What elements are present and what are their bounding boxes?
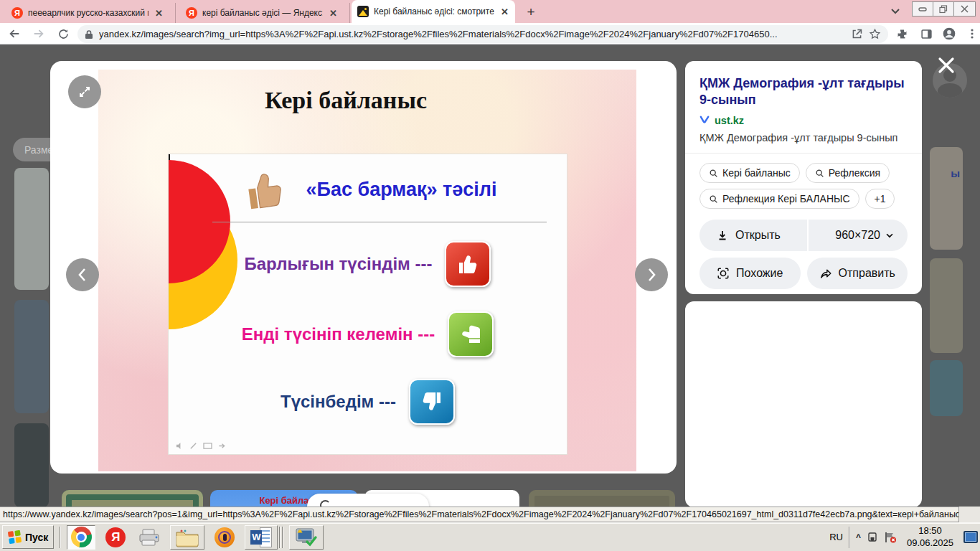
arrow-icon	[218, 442, 227, 450]
browser-menu-icon[interactable]	[963, 25, 980, 42]
tag-label: Рефлекция Кері БАЛАНЫС	[722, 193, 850, 204]
related-images-panel	[685, 301, 922, 507]
more-tags-button[interactable]: +1	[865, 189, 895, 209]
image-info-panel: ҚМЖ Демография -ұлт тағдыры 9-сынып ust.…	[685, 61, 922, 294]
share-icon[interactable]	[851, 28, 863, 40]
time-label: 18:50	[918, 525, 942, 537]
yandex-favicon-icon: Я	[11, 7, 23, 19]
back-button[interactable]	[6, 25, 23, 42]
bookmark-star-icon[interactable]	[869, 28, 881, 40]
slide-inner: «Бас бармақ» тәсілі Барлығын түсіндім --…	[169, 154, 567, 454]
yandex-favicon-icon: Я	[186, 7, 197, 19]
chrome-icon	[71, 527, 92, 547]
related-query-tag[interactable]: Рефлексия	[806, 163, 890, 183]
tab-search-results[interactable]: Я кері байланыс әдісі — Яндекс: наш ✕	[180, 3, 350, 23]
fullscreen-expand-button[interactable]	[68, 75, 101, 108]
url-text: yandex.kz/images/search?img_url=https%3A…	[99, 29, 845, 39]
download-icon	[717, 230, 728, 241]
tray-separator	[849, 527, 850, 548]
tray-plug-icon[interactable]	[867, 532, 878, 543]
word-icon: W	[250, 527, 272, 547]
image-title-link[interactable]: ҚМЖ Демография -ұлт тағдыры 9-сынып	[699, 75, 908, 108]
language-indicator[interactable]: RU	[829, 532, 843, 542]
windows-logo-icon	[7, 529, 22, 545]
send-image-button[interactable]: Отправить	[807, 258, 908, 289]
source-favicon-icon	[699, 116, 710, 126]
taskbar-chrome-button[interactable]	[67, 525, 95, 550]
open-image-button[interactable]: Открыть	[699, 220, 809, 251]
tab-close-icon[interactable]: ✕	[155, 8, 163, 19]
tray-flag-error-icon[interactable]	[884, 532, 897, 543]
taskbar-system-check-button[interactable]	[289, 525, 324, 550]
forward-button[interactable]	[30, 25, 47, 42]
window-controls	[912, 1, 976, 17]
tab-title: кері байланыс әдісі — Яндекс: наш	[202, 8, 323, 18]
pencil-icon	[189, 442, 197, 450]
tab-title: Кері байланыс әдісі: смотрите и ск	[374, 6, 494, 17]
close-viewer-icon[interactable]	[937, 56, 956, 75]
show-desktop-button[interactable]	[963, 531, 978, 543]
next-image-button[interactable]	[635, 258, 668, 291]
source-row[interactable]: ust.kz	[699, 115, 908, 126]
taskbar-security-button[interactable]	[210, 525, 239, 550]
lock-icon	[85, 29, 93, 39]
new-tab-button[interactable]: +	[522, 4, 540, 21]
taskbar-fax-button[interactable]	[136, 525, 164, 550]
taskbar-folder-button[interactable]	[170, 525, 204, 550]
tab-close-icon[interactable]: ✕	[329, 8, 337, 19]
status-bar: https://www.yandex.kz/images/search?pos=…	[0, 507, 959, 522]
taskbar: Пуск Я W	[0, 522, 980, 551]
viewed-image[interactable]: Кері байланыс «Бас бармақ» тәсілі	[98, 70, 636, 471]
thumb-down-blue-icon	[409, 379, 455, 425]
image-size-dropdown[interactable]: 960×720	[809, 220, 908, 251]
close-button[interactable]	[954, 2, 975, 16]
related-query-tag[interactable]: Кері байланыс	[699, 163, 800, 183]
background-thumbnail	[930, 258, 963, 353]
tab-search-chevron-icon[interactable]	[888, 6, 903, 17]
related-query-tag[interactable]: Рефлекция Кері БАЛАНЫС	[699, 189, 859, 209]
image-description: ҚМЖ Демография -ұлт тағдыры 9-сынып	[699, 132, 908, 143]
tab-close-icon[interactable]: ✕	[501, 6, 509, 17]
thumb-up-red-icon	[445, 241, 491, 287]
minimize-button[interactable]	[913, 2, 933, 16]
taskbar-separator	[60, 527, 61, 548]
panel-divider	[685, 153, 922, 154]
speaker-icon	[176, 442, 184, 450]
source-domain[interactable]: ust.kz	[715, 115, 744, 126]
extensions-puzzle-icon[interactable]	[893, 25, 910, 42]
visual-search-icon	[717, 267, 730, 280]
search-icon	[709, 194, 718, 204]
tab-image-viewer-active[interactable]: Кері байланыс әдісі: смотрите и ск ✕	[352, 0, 515, 23]
start-button[interactable]: Пуск	[2, 525, 54, 549]
taskbar-clock[interactable]: 18:50 09.06.2025	[903, 525, 958, 550]
refresh-button[interactable]	[55, 25, 72, 42]
taskbar-yandex-button[interactable]: Я	[101, 525, 130, 550]
slide-row-label: Түсінбедім ---	[281, 392, 396, 412]
send-label: Отправить	[839, 267, 895, 280]
slide-title: Кері байланыс	[98, 87, 593, 114]
hidden-icons-chevron[interactable]: ^	[856, 532, 861, 542]
browser-tab-strip: Я пеееарлчик русско-казахский пере ✕ Я к…	[0, 0, 980, 23]
slide-heading: «Бас бармақ» тәсілі	[306, 179, 497, 201]
background-thumbnail	[14, 168, 49, 290]
previous-image-button[interactable]	[66, 258, 99, 291]
taskbar-word-button[interactable]: W	[245, 525, 278, 550]
screen-icon	[203, 442, 212, 450]
browser-toolbar: yandex.kz/images/search?img_url=https%3A…	[0, 23, 980, 44]
status-url: https://www.yandex.kz/images/search?pos=…	[3, 509, 959, 519]
monitor-check-icon	[294, 527, 319, 547]
address-bar[interactable]: yandex.kz/images/search?img_url=https%3A…	[77, 25, 888, 43]
similar-images-button[interactable]: Похожие	[699, 258, 801, 289]
size-label: 960×720	[835, 229, 880, 242]
tab-translator[interactable]: Я пеееарлчик русско-казахский пере ✕	[6, 3, 176, 23]
background-thumbnail	[14, 300, 49, 413]
restore-button[interactable]	[933, 2, 954, 16]
background-thumbnail	[930, 360, 963, 416]
tag-label: Рефлексия	[829, 167, 880, 179]
slide-divider	[212, 222, 547, 222]
status-bar-notch	[959, 507, 980, 522]
side-panel-icon[interactable]	[918, 25, 935, 42]
size-filter-label: Разме	[24, 144, 53, 156]
fax-printer-icon	[138, 528, 161, 547]
profile-avatar-icon[interactable]	[941, 25, 958, 42]
